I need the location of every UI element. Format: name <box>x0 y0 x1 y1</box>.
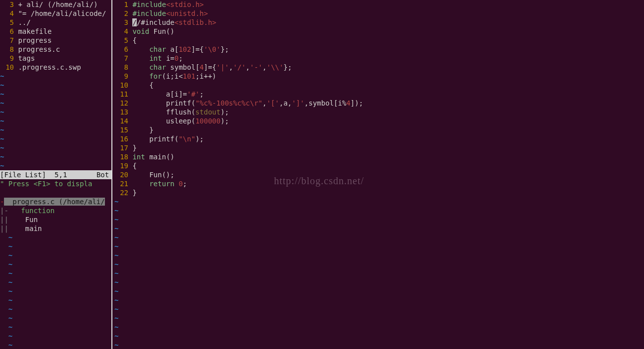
code-line[interactable]: 15 } <box>112 125 644 134</box>
file-entry[interactable]: progress <box>14 36 52 44</box>
empty-line-tilde: ~ <box>0 134 111 143</box>
code-pane[interactable]: 1 #include<stdio.h>2 #include<unistd.h>3… <box>112 0 644 349</box>
code-token: Fun(); <box>132 171 174 179</box>
line-number: 17 <box>114 143 128 152</box>
line-number: 10 <box>114 81 128 90</box>
file-entry[interactable]: tags <box>14 54 35 62</box>
code-line[interactable]: 19 { <box>112 161 644 170</box>
code-line[interactable]: 14 usleep(100000); <box>112 116 644 125</box>
code-line[interactable]: 17 } <box>112 143 644 152</box>
code-line[interactable]: 13 fflush(stdout); <box>112 108 644 116</box>
code-line[interactable]: 4 void Fun() <box>112 27 644 36</box>
code-token: , <box>229 63 233 71</box>
line-number: 4 <box>0 9 14 18</box>
code-token: 0 <box>179 180 183 188</box>
code-token: 4 <box>199 63 203 71</box>
line-number: 14 <box>114 116 128 125</box>
code-line[interactable]: 6 char a[102]={'\0'}; <box>112 45 644 54</box>
line-number: 11 <box>114 90 128 99</box>
line-number: 10 <box>0 63 14 72</box>
left-panes: 3 + ali/ (/home/ali/)4 "= /home/ali/alic… <box>0 0 111 349</box>
line-number: 22 <box>114 188 128 197</box>
taglist-item[interactable]: || main <box>0 224 111 233</box>
code-token: ]={ <box>204 63 216 71</box>
line-number: 18 <box>114 152 128 161</box>
code-token: return <box>149 180 175 188</box>
file-entry[interactable]: progress.c <box>14 45 60 53</box>
code-token <box>175 180 179 188</box>
code-token: "%c%-100s%c%c\r" <box>195 99 263 107</box>
code-token: 100000 <box>195 117 221 125</box>
file-entry[interactable]: makefile <box>14 27 52 35</box>
file-list-row[interactable]: 7 progress <box>0 36 111 45</box>
code-line[interactable]: 22 } <box>112 188 644 197</box>
tag-label[interactable]: main <box>8 225 42 233</box>
file-list-row[interactable]: 4 "= /home/ali/alicode/ <box>0 9 111 18</box>
line-number: 15 <box>114 125 128 134</box>
file-entry[interactable]: "= /home/ali/alicode/ <box>14 9 106 17</box>
code-line[interactable]: 11 a[i]='#'; <box>112 90 644 99</box>
empty-line-tilde: ~ <box>0 260 111 269</box>
code-line[interactable]: 18 int main() <box>112 152 644 161</box>
file-list-row[interactable]: 8 progress.c <box>0 45 111 54</box>
code-line[interactable]: 16 printf("\n"); <box>112 134 644 143</box>
empty-line-tilde: ~ <box>0 314 111 323</box>
code-line[interactable]: 7 int i=0; <box>112 54 644 63</box>
code-line[interactable]: 2 #include<unistd.h> <box>112 9 644 18</box>
line-number: 7 <box>114 54 128 63</box>
code-line[interactable]: 12 printf("%c%-100s%c%c\r",'[',a,']',sym… <box>112 99 644 108</box>
empty-line-tilde: ~ <box>0 341 111 349</box>
code-token: '[' <box>267 99 279 107</box>
code-line[interactable]: 10 { <box>112 81 644 90</box>
vim-root: 3 + ali/ (/home/ali/)4 "= /home/ali/alic… <box>0 0 644 349</box>
code-token: '/' <box>233 63 246 71</box>
code-token: #include <box>132 9 166 17</box>
code-token: int <box>132 153 145 161</box>
taglist-item[interactable]: || Fun <box>0 215 111 224</box>
file-entry[interactable]: + ali/ (/home/ali/) <box>14 0 98 8</box>
code-line[interactable]: 20 Fun(); <box>112 170 644 179</box>
tag-label[interactable]: Fun <box>8 216 38 224</box>
line-number: 16 <box>114 134 128 143</box>
line-number: 21 <box>114 179 128 188</box>
file-entry[interactable]: .progress.c.swp <box>14 63 81 71</box>
taglist-kind-row[interactable]: |- function <box>0 206 111 215</box>
file-list-row[interactable]: 10 .progress.c.swp <box>0 63 111 72</box>
code-line[interactable]: 21 return 0; <box>112 179 644 188</box>
taglist-file[interactable]: progress.c (/home/ali/ <box>4 198 104 206</box>
code-token: }; <box>283 63 292 71</box>
code-line[interactable]: 8 char symbol[4]={'|','/','-','\\'}; <box>112 63 644 72</box>
code-line[interactable]: 9 for(i;i<101;i++) <box>112 72 644 81</box>
code-line[interactable]: 5 { <box>112 36 644 45</box>
empty-line-tilde: ~ <box>112 296 644 305</box>
line-number: 9 <box>114 72 128 81</box>
file-entry[interactable]: ../ <box>14 18 31 26</box>
file-list-row[interactable]: 6 makefile <box>0 27 111 36</box>
code-token: } <box>132 144 136 152</box>
code-line[interactable]: 1 #include<stdio.h> <box>112 0 644 9</box>
line-number: 3 <box>114 18 128 27</box>
file-list-pane[interactable]: 3 + ali/ (/home/ali/)4 "= /home/ali/alic… <box>0 0 111 72</box>
code-token: 0 <box>175 54 179 62</box>
line-number: 13 <box>114 108 128 116</box>
code-token: '#' <box>187 90 199 98</box>
taglist-pane[interactable]: - progress.c (/home/ali/ |- function || … <box>0 197 111 349</box>
empty-line-tilde: ~ <box>0 81 111 90</box>
code-line[interactable]: 3 //#include<stdlib.h> <box>112 18 644 27</box>
code-token: ']' <box>292 99 304 107</box>
code-token: printf( <box>132 99 195 107</box>
file-list-row[interactable]: 5 ../ <box>0 18 111 27</box>
file-list-row[interactable]: 3 + ali/ (/home/ali/) <box>0 0 111 9</box>
empty-line-tilde: ~ <box>112 242 644 251</box>
code-token: ]={ <box>191 45 203 53</box>
tree-leaf-icon: || <box>0 216 8 224</box>
code-token: ,symbol[i% <box>304 99 346 107</box>
taglist-kind: function <box>8 207 55 215</box>
code-token: 102 <box>179 45 191 53</box>
empty-line-tilde: ~ <box>0 269 111 278</box>
file-list-row[interactable]: 9 tags <box>0 54 111 63</box>
code-token: void <box>132 27 149 35</box>
code-token: for <box>149 72 162 80</box>
empty-line-tilde: ~ <box>0 332 111 341</box>
line-number: 8 <box>114 63 128 72</box>
